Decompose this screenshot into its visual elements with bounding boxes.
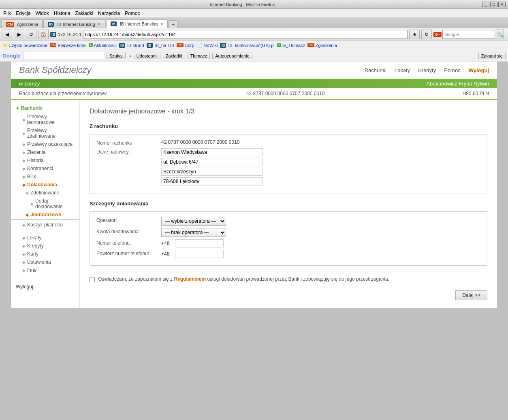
nav-pomoc[interactable]: Pomoc — [444, 67, 460, 73]
terms-link[interactable]: Regulaminem — [174, 276, 206, 282]
terms-text-after: usługi doładowań prowadzonej przez Bank … — [206, 276, 389, 282]
bookmark-zgloszenia[interactable]: CM Zgłoszenia — [307, 43, 337, 48]
nav-kredyty[interactable]: Kredyty — [418, 67, 436, 73]
button-row: Dalej >> — [90, 290, 487, 300]
sidebar-item-zlecenia[interactable]: ◆ Zlecenia — [11, 148, 79, 156]
menu-view[interactable]: Widok — [35, 11, 49, 16]
google-search-input[interactable] — [23, 52, 104, 60]
nav-rachunki[interactable]: Rachunki — [365, 67, 386, 73]
refresh-button[interactable]: ↺ — [26, 30, 36, 39]
new-tab-button[interactable]: + — [169, 20, 177, 28]
szukaj-button[interactable]: Szukaj — [107, 53, 126, 59]
bookmark-icon-nowiki: 📄 — [197, 43, 203, 48]
zaloguj-button[interactable]: Zaloguj się — [478, 53, 506, 59]
sidebar-item-zdefiniowane[interactable]: ◆ Zdefiniowane — [11, 189, 79, 197]
account-number: 42 8787 0000 0000 0707 2000 0010 — [246, 91, 325, 96]
operator-select[interactable]: — wybierz operatora — — [161, 217, 226, 226]
sender-city-input[interactable] — [161, 168, 263, 176]
bookmark-icon-pierwsze: CM — [50, 43, 56, 47]
sidebar-item-kontrahenci[interactable]: ◆ Kontrahenci — [11, 164, 79, 173]
bookmark-icon-zgloszenia: CM — [307, 43, 314, 47]
sidebar-item-przelewy-jednorazowe[interactable]: ◆ Przelewy jednorazowe — [11, 113, 79, 126]
bookmark-ib-konto[interactable]: IB IB. konto.novum(GK).pl — [220, 43, 274, 48]
sender-name-input[interactable] — [161, 148, 263, 156]
page-title: Doładowanie jednorazowe - krok 1/3 — [90, 108, 487, 115]
tab-icon-zgloszenia: CM — [6, 22, 14, 27]
maximize-button[interactable]: □ — [490, 2, 497, 7]
amount-select[interactable]: — brak operatora — — [161, 228, 226, 237]
bank-name: Bank Spółdzielczy — [19, 65, 92, 75]
menu-history[interactable]: Historia — [54, 11, 70, 16]
reload-btn2[interactable]: ↻ — [421, 30, 432, 39]
bookmark-star[interactable]: ★ — [409, 30, 420, 39]
titlebar: Internet Banking - Mozilla Firefox _ □ ✕ — [0, 0, 508, 9]
operator-row: Operator: — wybierz operatora — — [96, 217, 480, 226]
sidebar-item-bilix[interactable]: ◆ Bilix — [11, 173, 79, 181]
phone-prefix: +48 — [161, 241, 173, 246]
search-input[interactable] — [442, 30, 495, 39]
terms-checkbox[interactable] — [90, 277, 95, 282]
menu-bookmarks[interactable]: Zakładki — [75, 11, 93, 16]
phone-repeat-input[interactable] — [175, 250, 224, 258]
url-input[interactable] — [83, 30, 408, 39]
sidebar-item-lokaty[interactable]: ◆ Lokaty — [11, 234, 79, 242]
bookmark-nowiki[interactable]: 📄 NoWiki — [197, 43, 218, 48]
sidebar-item-przelewy-zdefiniowane[interactable]: ◆ Przelewy zdefiniowane — [11, 126, 79, 140]
search-button[interactable]: 🔍 — [496, 30, 504, 39]
sidebar-item-historia[interactable]: ◆ Historia — [11, 156, 79, 164]
bullet-koszyk: ◆ — [22, 223, 26, 227]
udostepnij-button[interactable]: Udostępnij — [134, 53, 160, 59]
bookmark-ib-kli[interactable]: IB IB kli ind — [119, 43, 144, 48]
sender-postal-input[interactable] — [161, 177, 263, 185]
autouzupelnianie-button[interactable]: Autouzupełnianie — [212, 53, 252, 59]
bookmark-czesto[interactable]: ⭐ Często odwiedzane — [2, 43, 47, 48]
sidebar-item-dodaj-doladowanie[interactable]: ◆ Dodaj doładowanie — [11, 197, 79, 211]
bookmark-icon-ib-kli: IB — [119, 43, 125, 48]
zakladki-button[interactable]: Zakładki — [163, 53, 185, 59]
tab-ib2[interactable]: IB IB Internet Banking ✕ — [106, 19, 168, 28]
tab-label-zgloszenia: Zgłoszenia — [17, 22, 38, 27]
sidebar-item-doladowania[interactable]: ◆ Doładowania — [11, 181, 79, 189]
sidebar-wyloguj[interactable]: Wyloguj — [11, 282, 79, 291]
menu-tools[interactable]: Narzędzia — [98, 11, 120, 16]
sidebar-item-kredyty[interactable]: ◆ Kredyty — [11, 242, 79, 250]
nav-lokaty[interactable]: Lokaty — [395, 67, 410, 73]
bookmark-corp[interactable]: CM Corp — [177, 43, 194, 48]
bookmark-icon-corp: CM — [177, 43, 183, 47]
forward-button[interactable]: ▶ — [14, 30, 24, 39]
phone-repeat-prefix: +48 — [161, 251, 173, 257]
sidebar-item-ustawienia[interactable]: ◆ Ustawienia — [11, 258, 79, 266]
nav-wyloguj[interactable]: Wyloguj — [469, 67, 489, 73]
back-button[interactable]: ◀ — [2, 30, 12, 39]
next-button[interactable]: Dalej >> — [455, 290, 487, 300]
menu-edit[interactable]: Edycja — [16, 11, 30, 16]
bookmark-ib-tib[interactable]: IB IB_na TIB — [147, 43, 175, 48]
sidebar-item-inne[interactable]: ◆ Inne — [11, 266, 79, 274]
sidebar-item-karty[interactable]: ◆ Karty — [11, 250, 79, 258]
home-button[interactable]: 🏠 — [38, 30, 49, 39]
sidebar-item-przelewy-oczekujace[interactable]: ◆ Przelewy oczekujące — [11, 140, 79, 148]
tab-close-ib2[interactable]: ✕ — [160, 22, 163, 26]
tab-close-ib1[interactable]: ✕ — [98, 22, 101, 26]
phone-input[interactable] — [175, 239, 224, 247]
tab-bar: CM Zgłoszenia IB IB Internet Banking ✕ I… — [0, 18, 508, 28]
bookmark-aktualnosci[interactable]: A Aktualności — [89, 43, 117, 48]
bookmark-icon-ib-tib: IB — [147, 43, 153, 48]
tlumacz-button[interactable]: Tłumacz — [188, 53, 210, 59]
bullet-zlecenia: ◆ — [22, 150, 26, 155]
close-button[interactable]: ✕ — [498, 2, 506, 7]
tab-zgloszenia[interactable]: CM Zgłoszenia — [2, 19, 43, 28]
bullet-karty: ◆ — [22, 252, 26, 256]
account-number-row: Numer rachunku: 42 8787 0000 0000 0707 2… — [96, 139, 480, 146]
bank-user-bar: w Łomży Abakanowicz Fryda Sylwin — [11, 79, 497, 88]
menu-file[interactable]: Plik — [3, 11, 11, 16]
menu-help[interactable]: Pomoc — [125, 11, 140, 16]
sender-street-input[interactable] — [161, 158, 263, 166]
sidebar-item-koszyk[interactable]: ◆ Koszyk płatności — [11, 221, 79, 229]
bullet-inne: ◆ — [22, 268, 26, 273]
bookmark-gtlumacz[interactable]: G G_Tłumacz — [277, 43, 305, 48]
bookmark-pierwsze[interactable]: CM Pierwsze kroki — [50, 43, 86, 48]
minimize-button[interactable]: _ — [482, 2, 489, 7]
tab-ib1[interactable]: IB IB Internet Banking ✕ — [43, 19, 105, 28]
sidebar-item-jednorazowe[interactable]: ◆ Jednorazowe — [11, 211, 79, 219]
